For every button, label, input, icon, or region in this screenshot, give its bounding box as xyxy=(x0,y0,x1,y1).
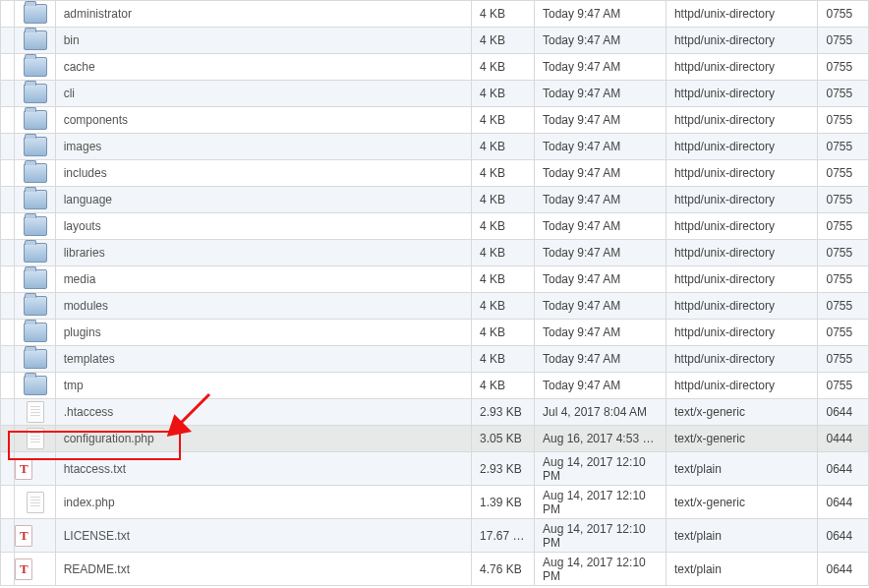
row-select-cell[interactable] xyxy=(1,519,15,553)
row-select-cell[interactable] xyxy=(1,266,15,293)
file-name-link[interactable]: images xyxy=(64,140,102,153)
file-name-link[interactable]: includes xyxy=(64,166,107,180)
row-select-cell[interactable] xyxy=(1,1,15,28)
table-row[interactable]: administrator4 KBToday 9:47 AMhttpd/unix… xyxy=(1,1,869,28)
file-type: text/x-generic xyxy=(666,399,818,426)
file-icon xyxy=(27,428,44,449)
file-type: httpd/unix-directory xyxy=(666,54,818,81)
table-row[interactable]: cache4 KBToday 9:47 AMhttpd/unix-directo… xyxy=(1,54,869,81)
file-name-link[interactable]: libraries xyxy=(64,246,105,260)
file-type: text/plain xyxy=(666,519,818,553)
table-row[interactable]: language4 KBToday 9:47 AMhttpd/unix-dire… xyxy=(1,187,869,213)
file-name-link[interactable]: cache xyxy=(64,60,95,74)
file-name-link[interactable]: language xyxy=(64,193,112,206)
row-select-cell[interactable] xyxy=(1,373,15,399)
row-select-cell[interactable] xyxy=(1,426,15,452)
row-icon-cell: T xyxy=(15,553,55,586)
file-name-link[interactable]: configuration.php xyxy=(64,432,154,445)
folder-icon xyxy=(24,110,47,130)
file-name-link[interactable]: bin xyxy=(64,33,80,47)
table-row[interactable]: components4 KBToday 9:47 AMhttpd/unix-di… xyxy=(1,107,869,134)
text-file-icon: T xyxy=(15,559,32,580)
table-row[interactable]: modules4 KBToday 9:47 AMhttpd/unix-direc… xyxy=(1,293,869,320)
file-size: 17.67 KB xyxy=(472,519,535,553)
folder-icon xyxy=(24,269,47,289)
row-select-cell[interactable] xyxy=(1,486,15,519)
file-size: 4 KB xyxy=(472,320,535,346)
file-date: Aug 14, 2017 12:10 PM xyxy=(534,486,666,519)
table-row[interactable]: configuration.php3.05 KBAug 16, 2017 4:5… xyxy=(1,426,869,452)
table-row[interactable]: images4 KBToday 9:47 AMhttpd/unix-direct… xyxy=(1,134,869,160)
table-row[interactable]: .htaccess2.93 KBJul 4, 2017 8:04 AMtext/… xyxy=(1,399,869,426)
file-size: 4 KB xyxy=(472,54,535,81)
row-select-cell[interactable] xyxy=(1,187,15,213)
file-date: Today 9:47 AM xyxy=(534,320,666,346)
file-name-link[interactable]: plugins xyxy=(64,325,101,339)
table-row[interactable]: index.php1.39 KBAug 14, 2017 12:10 PMtex… xyxy=(1,486,869,519)
row-icon-cell xyxy=(15,320,55,346)
file-name-link[interactable]: tmp xyxy=(64,379,84,392)
file-date: Today 9:47 AM xyxy=(534,373,666,399)
row-select-cell[interactable] xyxy=(1,28,15,54)
file-size: 4 KB xyxy=(472,81,535,107)
row-icon-cell xyxy=(15,293,55,320)
row-select-cell[interactable] xyxy=(1,452,15,486)
table-row[interactable]: Thtaccess.txt2.93 KBAug 14, 2017 12:10 P… xyxy=(1,452,869,486)
table-row[interactable]: tmp4 KBToday 9:47 AMhttpd/unix-directory… xyxy=(1,373,869,399)
row-select-cell[interactable] xyxy=(1,213,15,240)
file-type: httpd/unix-directory xyxy=(666,1,818,28)
table-row[interactable]: libraries4 KBToday 9:47 AMhttpd/unix-dir… xyxy=(1,240,869,266)
file-date: Aug 14, 2017 12:10 PM xyxy=(534,519,666,553)
file-permissions: 0444 xyxy=(818,426,869,452)
table-row[interactable]: bin4 KBToday 9:47 AMhttpd/unix-directory… xyxy=(1,28,869,54)
file-type: text/plain xyxy=(666,452,818,486)
row-select-cell[interactable] xyxy=(1,240,15,266)
file-name-link[interactable]: media xyxy=(64,272,96,286)
row-icon-cell xyxy=(15,399,55,426)
table-row[interactable]: plugins4 KBToday 9:47 AMhttpd/unix-direc… xyxy=(1,320,869,346)
table-row[interactable]: TREADME.txt4.76 KBAug 14, 2017 12:10 PMt… xyxy=(1,553,869,586)
file-name-link[interactable]: administrator xyxy=(64,7,132,21)
row-icon-cell xyxy=(15,187,55,213)
file-permissions: 0755 xyxy=(818,320,869,346)
table-row[interactable]: layouts4 KBToday 9:47 AMhttpd/unix-direc… xyxy=(1,213,869,240)
file-type: httpd/unix-directory xyxy=(666,293,818,320)
row-icon-cell: T xyxy=(15,519,55,553)
file-name-link[interactable]: cli xyxy=(64,87,75,100)
file-name-link[interactable]: README.txt xyxy=(64,562,130,576)
file-permissions: 0644 xyxy=(818,486,869,519)
file-name-link[interactable]: components xyxy=(64,113,128,127)
table-row[interactable]: includes4 KBToday 9:47 AMhttpd/unix-dire… xyxy=(1,160,869,187)
row-select-cell[interactable] xyxy=(1,399,15,426)
row-icon-cell xyxy=(15,213,55,240)
file-type: httpd/unix-directory xyxy=(666,134,818,160)
file-type: text/plain xyxy=(666,553,818,586)
table-row[interactable]: media4 KBToday 9:47 AMhttpd/unix-directo… xyxy=(1,266,869,293)
row-select-cell[interactable] xyxy=(1,134,15,160)
file-name-link[interactable]: index.php xyxy=(64,496,115,509)
file-name-link[interactable]: LICENSE.txt xyxy=(64,529,130,543)
file-name-link[interactable]: layouts xyxy=(64,219,101,233)
row-select-cell[interactable] xyxy=(1,293,15,320)
row-select-cell[interactable] xyxy=(1,346,15,373)
row-select-cell[interactable] xyxy=(1,81,15,107)
folder-icon xyxy=(24,216,47,236)
file-name-link[interactable]: .htaccess xyxy=(64,405,114,419)
file-name-link[interactable]: templates xyxy=(64,352,115,366)
table-row[interactable]: templates4 KBToday 9:47 AMhttpd/unix-dir… xyxy=(1,346,869,373)
row-select-cell[interactable] xyxy=(1,54,15,81)
file-date: Aug 14, 2017 12:10 PM xyxy=(534,553,666,586)
file-type: httpd/unix-directory xyxy=(666,346,818,373)
row-select-cell[interactable] xyxy=(1,160,15,187)
row-select-cell[interactable] xyxy=(1,553,15,586)
file-date: Today 9:47 AM xyxy=(534,81,666,107)
table-row[interactable]: cli4 KBToday 9:47 AMhttpd/unix-directory… xyxy=(1,81,869,107)
table-row[interactable]: TLICENSE.txt17.67 KBAug 14, 2017 12:10 P… xyxy=(1,519,869,553)
file-name-link[interactable]: htaccess.txt xyxy=(64,462,126,476)
file-name-link[interactable]: modules xyxy=(64,299,108,313)
file-type: httpd/unix-directory xyxy=(666,320,818,346)
folder-icon xyxy=(24,243,47,263)
row-select-cell[interactable] xyxy=(1,320,15,346)
row-select-cell[interactable] xyxy=(1,107,15,134)
file-type: httpd/unix-directory xyxy=(666,28,818,54)
